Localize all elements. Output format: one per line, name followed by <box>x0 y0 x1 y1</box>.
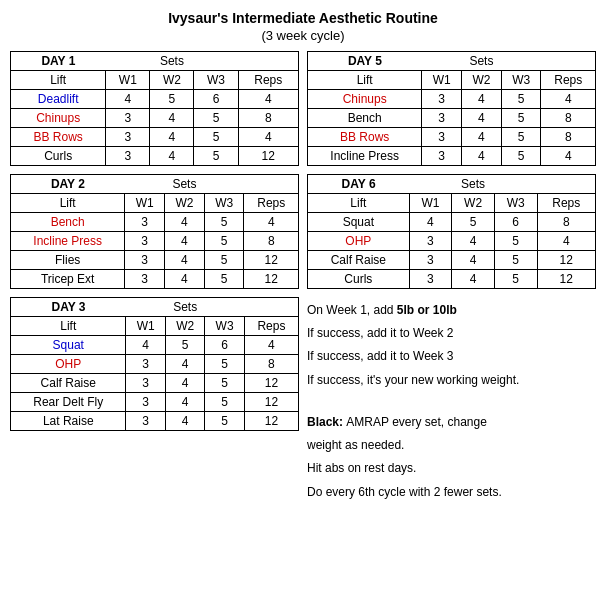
table-row: Tricep Ext 34512 <box>11 270 299 289</box>
day1-curls: Curls <box>11 147 106 166</box>
table-row: Squat 4568 <box>308 213 596 232</box>
day2-sets-label: Sets <box>125 175 244 194</box>
day5-sets-label: Sets <box>422 52 541 71</box>
page-subtitle: (3 week cycle) <box>10 28 596 43</box>
day3-label: DAY 3 <box>11 298 126 317</box>
table-row: Flies 34512 <box>11 251 299 270</box>
day1-table: DAY 1 Sets Lift W1 W2 W3 Reps Deadlift 4… <box>10 51 299 166</box>
note-line8: Do every 6th cycle with 2 fewer sets. <box>307 483 596 502</box>
day6-squat: Squat <box>308 213 410 232</box>
table-row: OHP 3454 <box>308 232 596 251</box>
day2-bench: Bench <box>11 213 125 232</box>
day1-col-w3: W3 <box>194 71 238 90</box>
day5-chinups: Chinups <box>308 90 422 109</box>
note-bold-weight: 5lb or 10lb <box>397 303 457 317</box>
table-row: OHP 3458 <box>11 355 299 374</box>
note-line2: If success, add it to Week 2 <box>307 324 596 343</box>
day1-bbrows: BB Rows <box>11 128 106 147</box>
day2-flies: Flies <box>11 251 125 270</box>
note-line5: Black: AMRAP every set, change <box>307 413 596 432</box>
day3-ohp: OHP <box>11 355 126 374</box>
table-row: Squat 4564 <box>11 336 299 355</box>
day3-squat: Squat <box>11 336 126 355</box>
table-row: Incline Press 3454 <box>308 147 596 166</box>
table-row: BB Rows 3454 <box>11 128 299 147</box>
table-row: Bench 3454 <box>11 213 299 232</box>
day6-curls: Curls <box>308 270 410 289</box>
day1-col-reps: Reps <box>238 71 298 90</box>
day3-sets-label: Sets <box>126 298 244 317</box>
day3-reardelt: Rear Delt Fly <box>11 393 126 412</box>
table-row: Bench 3458 <box>308 109 596 128</box>
table-row: Chinups 3458 <box>11 109 299 128</box>
note-line6: weight as needed. <box>307 436 596 455</box>
table-row: Curls 34512 <box>11 147 299 166</box>
day2-table: DAY 2 Sets Lift W1 W2 W3 Reps Bench 3454… <box>10 174 299 289</box>
day5-bbrows: BB Rows <box>308 128 422 147</box>
day6-label: DAY 6 <box>308 175 410 194</box>
day6-sets-label: Sets <box>409 175 537 194</box>
day1-col-w1: W1 <box>106 71 150 90</box>
day1-sets-label: Sets <box>106 52 238 71</box>
day5-bench: Bench <box>308 109 422 128</box>
table-row: Rear Delt Fly 34512 <box>11 393 299 412</box>
day2-incline: Incline Press <box>11 232 125 251</box>
day5-table: DAY 5 Sets Lift W1 W2 W3 Reps Chinups 34… <box>307 51 596 166</box>
day2-label: DAY 2 <box>11 175 125 194</box>
day1-chinups: Chinups <box>11 109 106 128</box>
notes-section: On Week 1, add 5lb or 10lb If success, a… <box>307 297 596 510</box>
day1-deadlift: Deadlift <box>11 90 106 109</box>
day3-latraise: Lat Raise <box>11 412 126 431</box>
day6-table: DAY 6 Sets Lift W1 W2 W3 Reps Squat 4568… <box>307 174 596 289</box>
note-black-label: Black: <box>307 415 346 429</box>
day5-incline: Incline Press <box>308 147 422 166</box>
table-row: Lat Raise 34512 <box>11 412 299 431</box>
table-row: Deadlift 4564 <box>11 90 299 109</box>
table-row: Incline Press 3458 <box>11 232 299 251</box>
day5-label: DAY 5 <box>308 52 422 71</box>
table-row: Chinups 3454 <box>308 90 596 109</box>
day1-col-w2: W2 <box>150 71 194 90</box>
note-line4: If success, it's your new working weight… <box>307 371 596 390</box>
table-row: BB Rows 3458 <box>308 128 596 147</box>
table-row: Calf Raise 34512 <box>308 251 596 270</box>
day6-ohp: OHP <box>308 232 410 251</box>
note-line1: On Week 1, add 5lb or 10lb <box>307 301 596 320</box>
day3-calf: Calf Raise <box>11 374 126 393</box>
day3-table: DAY 3 Sets Lift W1 W2 W3 Reps Squat 4564… <box>10 297 299 431</box>
table-row: Calf Raise 34512 <box>11 374 299 393</box>
note-line7: Hit abs on rest days. <box>307 459 596 478</box>
day2-tricep: Tricep Ext <box>11 270 125 289</box>
day1-col-lift: Lift <box>11 71 106 90</box>
note-line3: If success, add it to Week 3 <box>307 347 596 366</box>
table-row: Curls 34512 <box>308 270 596 289</box>
page-title: Ivysaur's Intermediate Aesthetic Routine <box>10 10 596 26</box>
day6-calf: Calf Raise <box>308 251 410 270</box>
day1-label: DAY 1 <box>11 52 106 71</box>
